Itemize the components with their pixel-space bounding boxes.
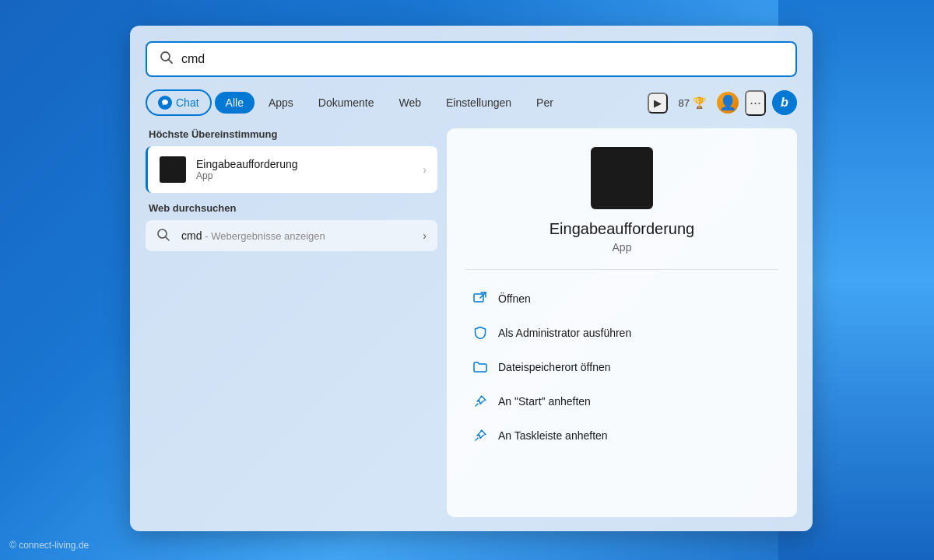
best-match-name: Eingabeaufforderung [196, 158, 423, 170]
bing-button[interactable]: b [772, 90, 797, 115]
action-pin-taskbar-label: An Taskleiste anheften [498, 429, 608, 442]
svg-line-1 [169, 59, 173, 63]
score-value: 87 [679, 97, 690, 109]
tab-dokumente[interactable]: Dokumente [307, 92, 385, 114]
web-result-sub: - Webergebnisse anzeigen [205, 230, 325, 242]
play-icon: ▶ [654, 97, 662, 109]
play-button[interactable]: ▶ [648, 93, 668, 114]
more-options-button[interactable]: ··· [745, 90, 766, 116]
action-open-label: Öffnen [498, 292, 531, 305]
main-content: Höchste Übereinstimmung Eingabeaufforder… [146, 128, 797, 517]
best-match-text: Eingabeaufforderung App [196, 158, 423, 181]
tab-einstellungen[interactable]: Einstellungen [435, 92, 522, 114]
svg-line-6 [476, 404, 478, 406]
tab-dokumente-label: Dokumente [318, 96, 374, 109]
app-preview: Eingabeaufforderung App [465, 147, 778, 270]
right-panel: Eingabeaufforderung App Öffnen [447, 128, 797, 517]
cmd-app-icon [159, 156, 187, 184]
tab-per[interactable]: Per [525, 92, 564, 114]
watermark: © connect-living.de [9, 540, 89, 551]
action-pin-start[interactable]: An "Start" anheften [465, 385, 778, 418]
dots-icon: ··· [750, 95, 761, 111]
score-display: 87 🏆 [674, 93, 711, 112]
tab-apps[interactable]: Apps [258, 92, 304, 114]
pin-taskbar-icon [472, 427, 489, 444]
web-search-icon [156, 228, 172, 243]
search-bar: cmd [146, 41, 797, 77]
svg-line-3 [166, 237, 170, 241]
web-result-arrow: › [423, 229, 427, 242]
cmd-icon-visual [160, 156, 186, 183]
action-admin-label: Als Administrator ausführen [498, 327, 631, 339]
tab-controls: ▶ 87 🏆 👤 ··· b [648, 90, 797, 116]
action-pin-start-label: An "Start" anheften [498, 395, 591, 408]
search-input[interactable]: cmd [181, 52, 783, 66]
web-query: cmd [181, 229, 202, 242]
web-result-item[interactable]: cmd - Webergebnisse anzeigen › [146, 220, 437, 251]
best-match-title: Höchste Übereinstimmung [146, 128, 437, 140]
best-match-item[interactable]: Eingabeaufforderung App › [146, 146, 437, 193]
action-file-label: Dateispeicherort öffnen [498, 361, 611, 373]
app-detail-name: Eingabeaufforderung [550, 220, 694, 238]
svg-line-7 [476, 438, 478, 440]
tab-alle[interactable]: Alle [215, 92, 255, 114]
tab-chat[interactable]: Chat [146, 89, 212, 116]
trophy-icon: 🏆 [693, 96, 706, 109]
bing-icon: b [781, 96, 788, 110]
folder-icon [472, 359, 489, 376]
search-overlay: cmd Chat Alle Apps Dokumente Web [130, 26, 813, 531]
action-list: Öffnen Als Administrator ausführen [465, 282, 778, 452]
tab-einstellungen-label: Einstellungen [446, 96, 511, 109]
action-open[interactable]: Öffnen [465, 282, 778, 315]
avatar-icon: 👤 [719, 94, 736, 111]
best-match-arrow: › [423, 163, 427, 176]
user-avatar[interactable]: 👤 [717, 92, 739, 114]
app-large-icon [591, 147, 653, 209]
shield-icon [472, 324, 489, 341]
tab-web[interactable]: Web [388, 92, 432, 114]
tab-web-label: Web [399, 96, 421, 109]
action-file-location[interactable]: Dateispeicherort öffnen [465, 351, 778, 383]
best-match-type: App [196, 170, 423, 181]
tab-alle-label: Alle [226, 96, 244, 109]
web-result-text: cmd - Webergebnisse anzeigen [181, 229, 423, 242]
web-search-title: Web durchsuchen [146, 202, 437, 214]
app-detail-type: App [613, 241, 632, 254]
svg-rect-4 [474, 294, 483, 302]
action-run-admin[interactable]: Als Administrator ausführen [465, 317, 778, 349]
chat-tab-icon [158, 96, 172, 110]
tab-per-label: Per [536, 96, 553, 109]
pin-start-icon [472, 393, 489, 410]
action-pin-taskbar[interactable]: An Taskleiste anheften [465, 419, 778, 452]
tab-apps-label: Apps [269, 96, 293, 109]
tab-chat-label: Chat [176, 96, 199, 109]
filter-tabs: Chat Alle Apps Dokumente Web Einstellung… [146, 89, 797, 116]
search-icon [160, 51, 174, 68]
open-icon [472, 290, 489, 307]
left-panel: Höchste Übereinstimmung Eingabeaufforder… [146, 128, 437, 517]
